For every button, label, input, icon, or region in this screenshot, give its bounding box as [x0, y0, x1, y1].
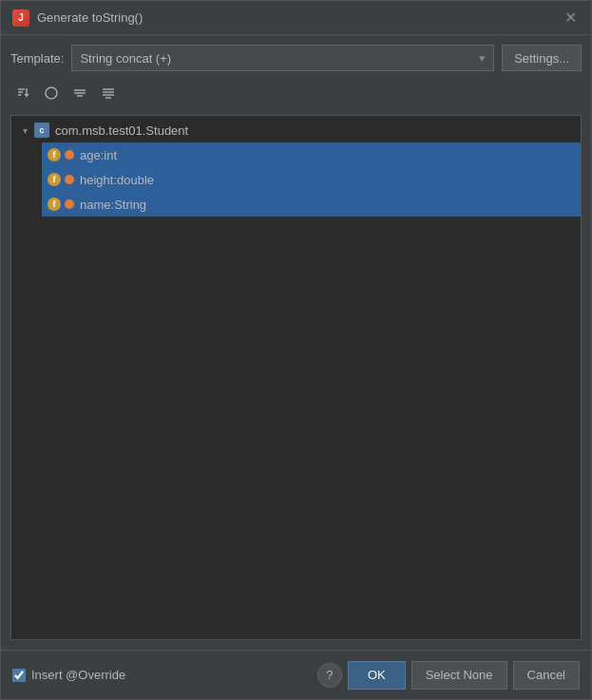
template-label: Template: [10, 51, 64, 66]
override-checkbox[interactable] [12, 669, 26, 682]
footer-buttons: ? OK Select None Cancel [317, 661, 580, 690]
override-checkbox-label[interactable]: Insert @Override [31, 668, 125, 682]
field-label-height: height:double [80, 173, 154, 187]
template-select-wrapper[interactable]: String concat (+) StringBuilder StringBu… [71, 45, 494, 71]
align-button-2[interactable] [96, 81, 121, 105]
svg-point-4 [46, 87, 57, 99]
field-icon-name: f [48, 198, 61, 211]
access-icon-height [65, 175, 74, 184]
tree-area[interactable]: ▾ c com.msb.test01.Student f age:int f h… [10, 115, 582, 640]
template-select[interactable]: String concat (+) StringBuilder StringBu… [71, 45, 494, 71]
checkbox-area: Insert @Override [12, 668, 310, 682]
tree-row-name[interactable]: f name:String [42, 192, 581, 217]
tree-root-row[interactable]: ▾ c com.msb.test01.Student [11, 118, 581, 142]
field-icon-height: f [48, 173, 61, 186]
align-button-1[interactable] [67, 81, 92, 105]
tree-row-age[interactable]: f age:int [42, 142, 581, 167]
class-name: com.msb.test01.Student [55, 123, 188, 138]
circle-button[interactable] [39, 81, 64, 105]
field-icon-age: f [48, 148, 61, 161]
cancel-button[interactable]: Cancel [513, 661, 580, 690]
field-label-name: name:String [80, 198, 146, 212]
app-icon: J [12, 9, 29, 27]
field-label-age: age:int [80, 148, 117, 162]
access-icon-age [65, 150, 74, 160]
dialog-content: Template: String concat (+) StringBuilde… [1, 35, 591, 650]
select-none-button[interactable]: Select None [411, 661, 507, 690]
template-row: Template: String concat (+) StringBuilde… [10, 45, 582, 71]
sort-button[interactable] [10, 81, 35, 105]
generate-tostring-dialog: J Generate toString() ✕ Template: String… [0, 0, 592, 700]
title-bar: J Generate toString() ✕ [1, 1, 591, 35]
settings-button[interactable]: Settings... [502, 45, 582, 71]
close-button[interactable]: ✕ [561, 9, 580, 28]
toolbar [10, 79, 582, 107]
ok-button[interactable]: OK [348, 661, 406, 690]
help-button[interactable]: ? [317, 663, 342, 688]
footer: Insert @Override ? OK Select None Cancel [1, 650, 591, 699]
title-bar-left: J Generate toString() [12, 9, 143, 27]
dialog-title: Generate toString() [37, 10, 143, 25]
class-icon: c [34, 123, 49, 138]
access-icon-name [65, 199, 74, 209]
expand-chevron: ▾ [17, 123, 32, 138]
tree-row-height[interactable]: f height:double [42, 167, 581, 192]
tree-root: ▾ c com.msb.test01.Student f age:int f h… [11, 116, 581, 218]
